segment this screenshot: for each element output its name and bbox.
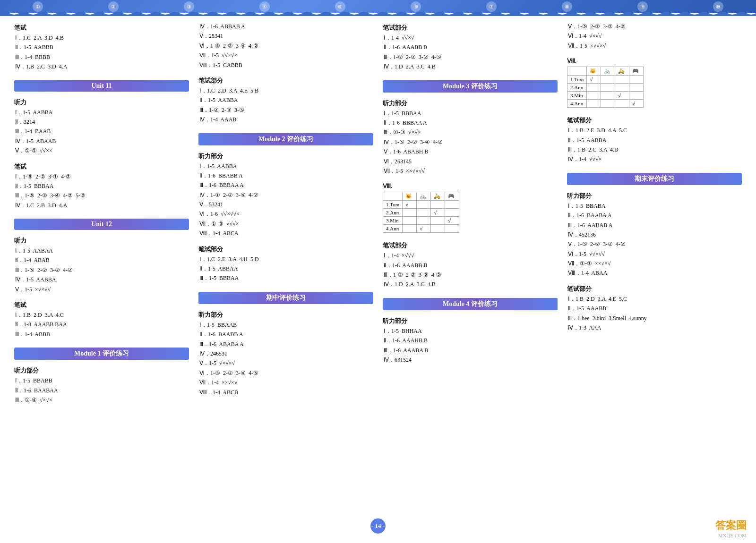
answer-line: Ⅳ．452136	[567, 230, 742, 239]
table-cell: 🐱	[587, 67, 601, 76]
table-cell	[587, 92, 601, 100]
answer-line: Ⅰ．1-4 √√×√	[383, 33, 558, 42]
block-mod3-tingli: 听力部分 Ⅰ．1-5 BBBAA Ⅱ．1-6 BBBAA A Ⅲ．①-③ √×√…	[383, 97, 558, 176]
block-mod2-bishi: 笔试部分 Ⅰ．1.C 2.E 3.A 4.H 5.D Ⅱ．1-5 ABBAA Ⅲ…	[198, 243, 373, 283]
table-cell	[431, 217, 445, 225]
banner-icon-2: ②	[108, 1, 119, 12]
answer-line: Ⅰ．1-5 AABBA	[14, 108, 189, 117]
section-header-midterm: 期中评价练习	[198, 292, 373, 304]
table-cell	[445, 201, 459, 209]
answer-line: Ⅳ．1-3 AAA	[567, 323, 742, 332]
title-tingli5: 听力部分	[198, 152, 373, 161]
title-tingli4: 听力部分	[14, 366, 189, 375]
table-cell	[601, 100, 615, 108]
block-col4-bishi: 笔试部分 Ⅰ．1.B 2.E 3.D 4.A 5.C Ⅱ．1-5 AABBA Ⅲ…	[567, 114, 742, 164]
table-cell	[403, 209, 417, 217]
answer-line: Ⅷ．1-4 ABCA	[198, 229, 373, 238]
title-bishi6: 笔试部分	[383, 241, 558, 250]
table-cell: 4.Ann	[383, 225, 403, 233]
table-cell: 🛵	[431, 192, 445, 201]
banner-icon-6: ⑥	[411, 1, 421, 12]
page-number: - 14 -	[370, 518, 386, 534]
block-mod3-table: Ⅷ. 🐱 🚲 🛵 🎮 1.Tom √ 2.Ann	[383, 180, 558, 235]
answer-line: Ⅰ．1-5 BBAAB	[198, 320, 373, 330]
answer-line: Ⅷ．1-4 ABAA	[567, 268, 742, 278]
col4-table: 🐱 🚲 🛵 🎮 1.Tom √ 2.Ann	[567, 67, 644, 108]
answer-line: Ⅱ．1-6 AAAHB B	[383, 336, 558, 345]
banner-icon-1: ①	[33, 1, 43, 12]
title-bishi7: 笔试部分	[567, 116, 742, 125]
banner-icon-3: ③	[184, 1, 194, 12]
answer-line: Ⅵ．1-⑤ 2-② 3-④ 4-⑤	[198, 368, 373, 378]
answer-line: Ⅰ．1.C 2.A 3.D 4.B	[14, 33, 189, 42]
answer-line: Ⅰ．1-5 BBBAA	[383, 109, 558, 118]
table-cell	[601, 76, 615, 84]
table-cell	[615, 84, 629, 92]
answer-line: Ⅲ．1-5 BBBAA	[198, 273, 373, 283]
answer-line: Ⅳ．1.C 2.B 3.D 4.A	[14, 201, 189, 210]
table-cell: √	[629, 100, 644, 108]
answer-line: Ⅳ．1-5 AABBA	[14, 275, 189, 284]
table-cell: 🎮	[629, 67, 644, 76]
table-cell: √	[615, 92, 629, 100]
answer-line: Ⅱ．1-6 BBABB A	[198, 171, 373, 180]
table-cell	[601, 84, 615, 92]
page-content: 笔试 Ⅰ．1.C 2.A 3.D 4.B Ⅱ．1-5 AABBB Ⅲ．1-4 B…	[0, 13, 756, 421]
table-cell: √	[417, 225, 431, 233]
answer-line: Ⅰ．1-5 AABBA	[198, 161, 373, 171]
title-tingli: 听力	[14, 98, 189, 107]
banner-icon-7: ⑦	[486, 1, 497, 12]
answer-line: Ⅳ．1-⑤ 2-② 3-④ 4-②	[383, 137, 558, 147]
answer-line: Ⅲ．1-② 2-② 3-② 4-⑤	[383, 52, 558, 62]
answer-line: Ⅳ．1.B 2.C 3.D 4.A	[14, 62, 189, 71]
answer-line: Ⅶ．1-5 √√×√×	[198, 51, 373, 60]
answer-line: Ⅶ．①-③ √√√×	[198, 219, 373, 229]
banner-icon-9: ⑨	[637, 1, 648, 12]
column-3: 笔试部分 Ⅰ．1-4 √√×√ Ⅱ．1-6 AAABB B Ⅲ．1-② 2-② …	[383, 22, 558, 407]
title-bishi2: 笔试	[14, 162, 189, 171]
block-col4-top: Ⅴ．1-⑤ 2-② 3-② 4-② Ⅵ．1-4 √×√√ Ⅶ．1-5 ×√√×√	[567, 22, 742, 51]
title-bishifen: 笔试部分	[383, 24, 558, 32]
table-cell	[403, 217, 417, 225]
table-cell	[431, 225, 445, 233]
block-mod1-bishi: 笔试部分 Ⅰ．1.C 2.D 3.A 4.E 5.B Ⅱ．1-5 AABBA Ⅲ…	[198, 75, 373, 125]
answer-line: Ⅱ．1-5 ABBAA	[198, 264, 373, 273]
table-cell	[445, 225, 459, 233]
answer-line: Ⅲ．1-⑤ 2-② 3-④ 4-② 5-②	[14, 191, 189, 200]
answer-line: Ⅲ．1-⑤ 2-② 3-② 4-②	[14, 265, 189, 275]
banner-icon-4: ④	[259, 1, 270, 12]
answer-line: Ⅱ．1-5 AABBB	[14, 42, 189, 52]
table-cell: 3.Min	[383, 217, 403, 225]
answer-line: Ⅶ．1-4 ××√×√	[198, 378, 373, 387]
answer-line: Ⅴ．1-⑤ 2-② 3-② 4-②	[567, 239, 742, 249]
answer-line: Ⅱ．1-5 AABBA	[567, 136, 742, 145]
table-cell	[417, 209, 431, 217]
answer-line: Ⅷ．1-5 CABBB	[198, 60, 373, 70]
answer-line: Ⅳ．1-4 AAAB	[198, 115, 373, 124]
answer-line: Ⅱ．1-6 BAABAA	[14, 386, 189, 395]
answer-line: Ⅰ．1-4 ×√√√	[383, 251, 558, 260]
answer-line: Ⅵ．1-⑤ 2-② 3-④ 4-②	[198, 41, 373, 51]
answer-line: Ⅲ．1-4 BBBB	[14, 52, 189, 62]
block-mod3-bishi: 笔试部分 Ⅰ．1-4 ×√√√ Ⅱ．1-6 AAABB B Ⅲ．1-② 2-② …	[383, 239, 558, 289]
answer-line: Ⅳ．1.D 2.A 3.C 4.B	[383, 280, 558, 289]
table-cell: 🐱	[403, 192, 417, 201]
answer-line: Ⅳ．631524	[383, 355, 558, 365]
answer-line: Ⅲ．1-② 2-③ 3-⑤	[198, 105, 373, 115]
table-cell: 🚲	[417, 192, 431, 201]
answer-line: Ⅳ．246531	[198, 349, 373, 358]
table-cell: √	[403, 201, 417, 209]
block-unit12-bishi: 笔试 Ⅰ．1.B 2.D 3.A 4.C Ⅱ．1-8 AAABB BAA Ⅲ．1…	[14, 299, 189, 339]
table-cell: 🚲	[601, 67, 615, 76]
answer-line: Ⅴ．①-① √√××	[14, 146, 189, 155]
table-cell: √	[445, 217, 459, 225]
answer-line: Ⅰ．1.C 2.E 3.A 4.H 5.D	[198, 255, 373, 264]
answer-line: Ⅱ．1-6 BAABA A	[567, 211, 742, 220]
answer-line: Ⅶ．1-5 ××√×√√	[383, 166, 558, 176]
answer-line: Ⅲ．1-② 2-② 3-② 4-②	[383, 270, 558, 280]
block-mod1-tingli: 听力部分 Ⅰ．1-5 BBABB Ⅱ．1-6 BAABAA Ⅲ．①-④ √×√×	[14, 365, 189, 405]
watermark-logo: 答案圈	[715, 518, 747, 533]
top-banner: ① ② ③ ④ ⑤ ⑥ ⑦ ⑧ ⑨ ⑩	[0, 0, 756, 13]
answer-line: Ⅲ．①-④ √×√×	[14, 395, 189, 405]
banner-icon-5: ⑤	[335, 1, 345, 12]
